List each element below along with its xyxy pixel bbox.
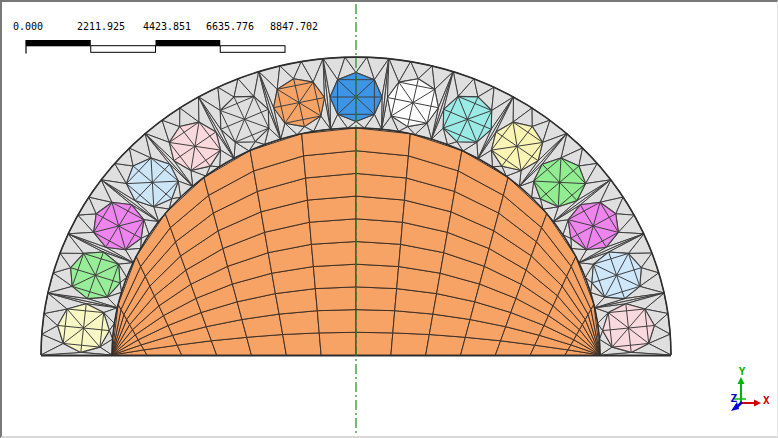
dome-quad bbox=[356, 242, 401, 267]
inclusion-pale-blue bbox=[126, 158, 178, 207]
dome-quad bbox=[313, 264, 356, 288]
dome-quad bbox=[356, 219, 403, 245]
scale-label: 6635.776 bbox=[206, 21, 254, 32]
viewer-window: 0.0002211.9254423.8516635.7768847.702 XY… bbox=[0, 0, 778, 438]
scale-label: 2211.925 bbox=[77, 21, 125, 32]
inclusion-pale-green-2 bbox=[534, 158, 586, 207]
dome-quad bbox=[315, 287, 356, 311]
scale-label: 4423.851 bbox=[143, 21, 191, 32]
inclusion-pale-blue-2 bbox=[592, 252, 641, 299]
dome-quad bbox=[317, 310, 356, 333]
dome-quad bbox=[310, 219, 357, 245]
dome-quad bbox=[311, 242, 356, 267]
scale-label: 8847.702 bbox=[270, 21, 318, 32]
dome-quad bbox=[356, 264, 399, 288]
dome-quad bbox=[356, 310, 395, 333]
dome-quad bbox=[283, 333, 321, 355]
inclusion-pale-yellow bbox=[58, 304, 110, 353]
y-axis-arrowhead bbox=[738, 377, 745, 384]
x-axis-arrowhead bbox=[754, 400, 761, 407]
scale-bar: 0.0002211.9254423.8516635.7768847.702 bbox=[13, 21, 318, 54]
scale-bar-segment-dark bbox=[26, 40, 91, 46]
inclusion-light-pink-2 bbox=[603, 304, 655, 353]
axis-triad: XYZ bbox=[730, 365, 770, 411]
scale-label: 0.000 bbox=[13, 21, 43, 32]
z-axis-label: Z bbox=[730, 392, 737, 405]
dome-quad bbox=[319, 332, 356, 355]
dome-quad bbox=[356, 332, 393, 355]
dome-quad bbox=[393, 311, 433, 335]
dome-quad bbox=[356, 196, 405, 222]
dome-quad bbox=[247, 335, 287, 356]
scale-bar-segment-light bbox=[91, 46, 156, 53]
dome-quad bbox=[391, 333, 429, 355]
x-axis-label: X bbox=[763, 394, 770, 407]
scale-bar-segment-light bbox=[220, 46, 285, 53]
inclusion-turquoise bbox=[443, 96, 492, 142]
scale-bar-segment-dark bbox=[156, 40, 221, 46]
mesh-viewport[interactable]: 0.0002211.9254423.8516635.7768847.702 XY… bbox=[2, 2, 777, 436]
inclusion-pale-green bbox=[71, 252, 120, 299]
dome-quad bbox=[279, 311, 319, 335]
dome-quad bbox=[426, 335, 466, 356]
dome-quad bbox=[308, 196, 357, 222]
dome-quad bbox=[356, 287, 397, 311]
inclusion-uncolored-gray bbox=[220, 96, 269, 142]
y-axis-label: Y bbox=[739, 365, 746, 378]
